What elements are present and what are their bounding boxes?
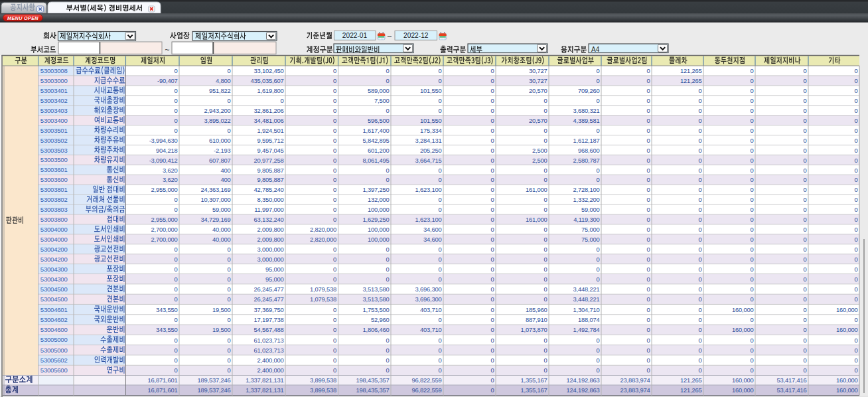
- svg-text:0: 0: [596, 357, 599, 364]
- svg-text:16,871,601: 16,871,601: [148, 376, 178, 384]
- svg-text:0: 0: [543, 366, 547, 374]
- svg-text:175,334: 175,334: [420, 127, 442, 134]
- svg-text:0: 0: [438, 67, 441, 74]
- svg-text:161,000: 161,000: [526, 186, 547, 193]
- svg-text:1,355,167: 1,355,167: [521, 376, 547, 384]
- svg-text:42,785,240: 42,785,240: [254, 186, 284, 193]
- svg-text:0: 0: [386, 67, 389, 74]
- svg-text:0: 0: [750, 117, 753, 124]
- svg-text:2,955,000: 2,955,000: [151, 216, 178, 223]
- svg-text:0: 0: [543, 357, 547, 364]
- svg-text:343,550: 343,550: [156, 326, 178, 333]
- svg-text:24,363,169: 24,363,169: [201, 186, 231, 193]
- svg-text:0: 0: [750, 147, 753, 154]
- svg-text:1,073,870: 1,073,870: [521, 326, 547, 333]
- svg-text:0: 0: [854, 137, 857, 144]
- svg-text:0: 0: [750, 176, 753, 183]
- svg-text:968,600: 968,600: [578, 147, 600, 154]
- svg-text:0: 0: [854, 337, 857, 344]
- svg-text:0: 0: [803, 357, 806, 364]
- svg-text:0: 0: [646, 157, 650, 164]
- svg-text:198,435,357: 198,435,357: [356, 376, 390, 384]
- svg-text:0: 0: [698, 276, 701, 283]
- svg-text:30,727: 30,727: [529, 77, 547, 84]
- svg-text:0: 0: [803, 87, 806, 94]
- svg-text:0: 0: [386, 357, 389, 364]
- svg-text:0: 0: [803, 147, 806, 154]
- svg-text:121,265: 121,265: [680, 376, 702, 384]
- svg-text:403,710: 403,710: [420, 326, 442, 333]
- svg-text:3,000,000: 3,000,000: [257, 256, 284, 263]
- svg-text:0: 0: [854, 77, 857, 84]
- svg-text:0: 0: [227, 276, 230, 283]
- svg-text:2,943,200: 2,943,200: [204, 107, 231, 114]
- svg-text:0: 0: [333, 186, 336, 193]
- svg-text:0: 0: [698, 107, 701, 114]
- svg-text:4,119,300: 4,119,300: [573, 216, 599, 223]
- svg-text:0: 0: [543, 266, 547, 273]
- svg-text:0: 0: [227, 357, 230, 364]
- svg-text:53003401: 53003401: [40, 87, 68, 94]
- svg-text:0: 0: [803, 196, 806, 203]
- svg-text:53003802: 53003802: [40, 196, 68, 203]
- svg-text:0: 0: [854, 226, 857, 233]
- svg-text:0: 0: [490, 176, 494, 183]
- svg-text:0: 0: [490, 366, 494, 374]
- svg-text:0: 0: [854, 147, 857, 154]
- svg-text:0: 0: [596, 67, 599, 74]
- svg-text:0: 0: [227, 266, 230, 273]
- svg-text:0: 0: [854, 196, 857, 203]
- svg-text:160,000: 160,000: [732, 386, 754, 394]
- svg-text:0: 0: [698, 127, 701, 134]
- svg-text:53004500: 53004500: [40, 295, 68, 303]
- svg-text:0: 0: [386, 337, 389, 344]
- svg-text:0: 0: [490, 206, 494, 213]
- svg-text:0: 0: [490, 226, 494, 233]
- svg-text:0: 0: [854, 276, 857, 283]
- svg-text:53004601: 53004601: [40, 306, 68, 313]
- svg-text:0: 0: [333, 246, 336, 253]
- svg-text:53003800: 53003800: [40, 216, 68, 223]
- svg-text:0: 0: [646, 97, 650, 104]
- svg-text:0: 0: [174, 285, 177, 293]
- svg-text:0: 0: [646, 347, 650, 354]
- svg-text:3,448,221: 3,448,221: [573, 285, 600, 293]
- svg-text:0: 0: [646, 306, 650, 313]
- svg-text:0: 0: [854, 295, 857, 303]
- svg-text:589,000: 589,000: [368, 87, 390, 94]
- svg-text:596,500: 596,500: [368, 117, 390, 124]
- svg-text:0: 0: [803, 157, 806, 164]
- svg-text:0: 0: [543, 176, 547, 183]
- svg-text:0: 0: [750, 246, 753, 253]
- svg-text:0: 0: [803, 285, 806, 293]
- svg-text:709,260: 709,260: [578, 87, 600, 94]
- svg-text:0: 0: [386, 77, 389, 84]
- svg-text:0: 0: [596, 276, 599, 283]
- svg-text:0: 0: [698, 236, 701, 243]
- svg-text:1,079,538: 1,079,538: [310, 285, 336, 293]
- svg-text:121,265: 121,265: [680, 386, 702, 394]
- svg-text:0: 0: [438, 357, 441, 364]
- svg-text:0: 0: [438, 107, 441, 114]
- svg-text:0: 0: [333, 87, 336, 94]
- svg-text:0: 0: [803, 236, 806, 243]
- svg-text:MENU OPEN: MENU OPEN: [7, 15, 38, 21]
- svg-text:0: 0: [333, 147, 336, 154]
- svg-text:0: 0: [438, 256, 441, 263]
- svg-text:0: 0: [543, 295, 547, 303]
- svg-text:53,417,416: 53,417,416: [777, 376, 807, 384]
- svg-text:0: 0: [750, 196, 753, 203]
- svg-text:0: 0: [750, 87, 753, 94]
- svg-text:0: 0: [174, 276, 177, 283]
- svg-text:1,924,501: 1,924,501: [257, 127, 284, 134]
- svg-text:0: 0: [386, 167, 389, 174]
- svg-text:33,102,450: 33,102,450: [254, 67, 284, 74]
- svg-text:0: 0: [854, 266, 857, 273]
- svg-text:0: 0: [543, 97, 547, 104]
- svg-text:0: 0: [596, 77, 599, 84]
- svg-text:951,822: 951,822: [209, 87, 231, 94]
- svg-text:0: 0: [438, 246, 441, 253]
- svg-text:0: 0: [803, 256, 806, 263]
- svg-text:0: 0: [750, 127, 753, 134]
- svg-text:3,620: 3,620: [163, 167, 177, 174]
